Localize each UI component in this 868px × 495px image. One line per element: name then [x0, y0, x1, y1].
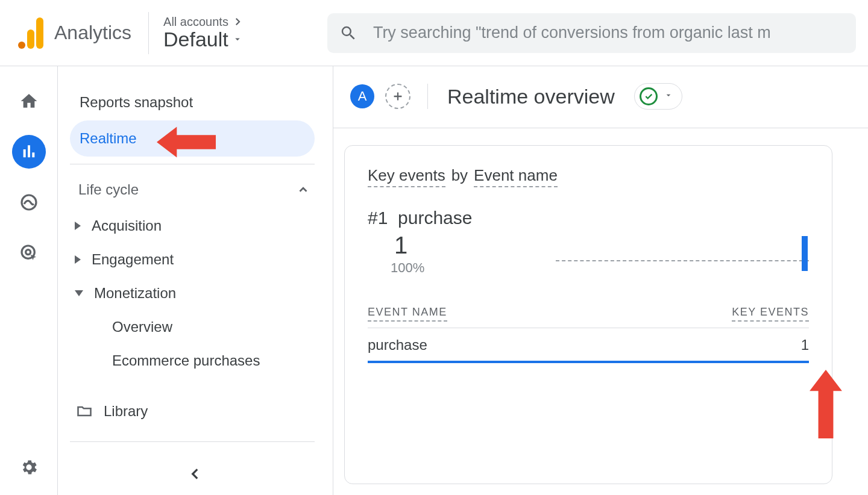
expand-icon — [75, 255, 81, 264]
folder-icon — [76, 403, 93, 420]
home-icon — [19, 92, 39, 111]
annotation-arrow-up — [807, 370, 845, 441]
status-dropdown[interactable] — [634, 83, 682, 110]
caret-down-icon — [664, 90, 673, 102]
app-title: Analytics — [54, 22, 131, 44]
app-header: Analytics All accounts Default Try searc… — [0, 0, 868, 66]
target-click-icon — [19, 243, 39, 263]
collapse-nav-button[interactable] — [187, 466, 203, 484]
nav-label: Engagement — [92, 251, 174, 268]
nav-monetization[interactable]: Monetization — [70, 276, 315, 310]
nav-library[interactable]: Library — [70, 388, 315, 434]
content-area: A Realtime overview Key events by Event … — [333, 66, 868, 495]
analytics-logo-icon — [18, 17, 43, 49]
nav-admin[interactable] — [12, 450, 46, 484]
sparkline-bar — [802, 236, 808, 271]
row-event-name: purchase — [368, 337, 427, 353]
top-event-count: 1 — [394, 232, 809, 259]
chevron-up-icon — [297, 183, 310, 196]
content-toolbar: A Realtime overview — [333, 83, 868, 128]
divider — [148, 12, 149, 54]
nav-acquisition[interactable]: Acquisition — [70, 209, 315, 243]
nav-monetization-ecommerce[interactable]: Ecommerce purchases — [70, 344, 315, 378]
explore-icon — [19, 193, 39, 212]
property-name: Default — [163, 28, 228, 51]
bar-chart-icon — [19, 142, 39, 161]
page-title: Realtime overview — [447, 85, 615, 108]
table-header: EVENT NAME KEY EVENTS — [368, 306, 809, 322]
col-key-events: KEY EVENTS — [732, 306, 809, 322]
section-life-cycle[interactable]: Life cycle — [70, 175, 315, 209]
add-segment-button[interactable] — [385, 84, 410, 109]
nav-engagement[interactable]: Engagement — [70, 243, 315, 276]
icon-rail — [0, 66, 58, 495]
annotation-arrow-left — [157, 123, 216, 164]
col-event-name: EVENT NAME — [368, 306, 447, 322]
nav-label: Library — [104, 403, 148, 420]
search-input[interactable]: Try searching "trend of conversions from… — [327, 13, 856, 53]
svg-point-2 — [25, 250, 30, 255]
collapse-icon — [75, 290, 83, 296]
nav-home[interactable] — [12, 84, 46, 118]
plus-icon — [391, 90, 404, 103]
nav-label: Monetization — [94, 285, 176, 302]
all-accounts-label: All accounts — [163, 15, 228, 29]
nav-reports[interactable] — [12, 135, 46, 169]
chevron-right-icon — [232, 16, 243, 27]
nav-advertising[interactable] — [12, 236, 46, 270]
check-circle-icon — [640, 87, 658, 105]
nav-monetization-overview[interactable]: Overview — [70, 310, 315, 344]
gear-icon — [19, 458, 39, 477]
nav-explore[interactable] — [12, 185, 46, 219]
section-label: Life cycle — [78, 181, 139, 198]
metric-name: Key events — [368, 166, 445, 187]
divider — [427, 84, 428, 109]
account-picker[interactable]: All accounts Default — [163, 15, 243, 51]
chevron-left-icon — [187, 466, 203, 482]
search-placeholder: Try searching "trend of conversions from… — [373, 23, 771, 42]
by-label: by — [451, 166, 468, 185]
caret-down-icon — [232, 34, 243, 45]
divider — [70, 441, 315, 442]
top-event-percent: 100% — [391, 260, 809, 276]
divider — [70, 164, 315, 164]
expand-icon — [75, 222, 81, 230]
segment-chip-a[interactable]: A — [350, 84, 374, 108]
dimension-name: Event name — [474, 166, 558, 187]
sparkline-baseline — [556, 260, 809, 261]
search-icon — [339, 24, 357, 42]
card-title[interactable]: Key events by Event name — [368, 166, 558, 187]
svg-point-0 — [22, 195, 36, 210]
table-row[interactable]: purchase 1 — [368, 328, 809, 363]
key-events-card: Key events by Event name #1 purchase 1 1… — [344, 145, 832, 484]
nav-label: Acquisition — [92, 217, 162, 234]
nav-reports-snapshot[interactable]: Reports snapshot — [70, 84, 315, 120]
row-event-value: 1 — [801, 337, 809, 353]
top-event-label: #1 purchase — [368, 208, 809, 228]
